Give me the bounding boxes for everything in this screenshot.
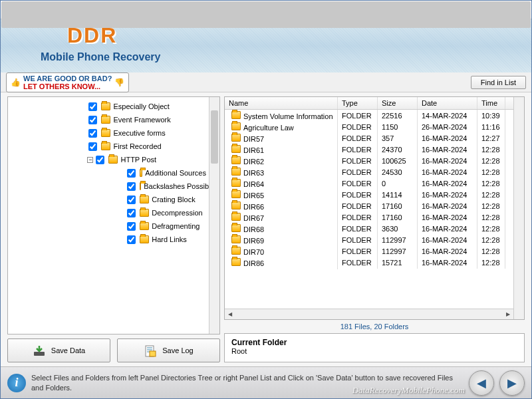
thumb-up-icon: 👍 <box>11 78 21 87</box>
col-date[interactable]: Date <box>418 97 477 109</box>
bottom-bar: i Select Files and Folders from left Pan… <box>1 366 531 398</box>
tree-item-label: Event Framework <box>113 116 170 124</box>
folder-icon <box>231 235 241 243</box>
nav-back-button[interactable]: ◀ <box>469 370 494 396</box>
directory-tree[interactable]: Especially Object Event Framework Execut… <box>7 96 220 334</box>
tree-item-label: First Recorded <box>113 142 161 150</box>
thumb-down-icon: 👎 <box>114 78 124 87</box>
folder-icon <box>101 129 110 137</box>
table-row[interactable]: DIR66FOLDER1716016-MAR-202412:28 <box>225 200 513 211</box>
feedback-button[interactable]: 👍 WE ARE GOOD OR BAD? LET OTHERS KNOW...… <box>6 72 129 92</box>
tree-item-label: Additional Sources <box>145 169 206 177</box>
table-row[interactable]: System Volume InformationFOLDER2251614-M… <box>225 110 513 121</box>
col-size[interactable]: Size <box>378 97 418 109</box>
list-header[interactable]: Name Type Size Date Time <box>225 97 513 110</box>
current-folder-box: Current Folder Root <box>224 333 525 362</box>
tree-checkbox[interactable] <box>88 102 97 111</box>
folder-icon <box>101 102 110 110</box>
tree-item-label: Crating Block <box>152 196 195 203</box>
col-name[interactable]: Name <box>225 97 338 109</box>
folder-icon <box>140 209 149 217</box>
list-scrollbar-vertical[interactable] <box>513 97 524 319</box>
table-row[interactable]: DIR67FOLDER1716016-MAR-202412:28 <box>225 211 513 223</box>
table-row[interactable]: DIR68FOLDER363016-MAR-202412:28 <box>225 223 513 234</box>
tree-item[interactable]: Additional Sources <box>11 166 206 180</box>
folder-icon <box>140 196 149 203</box>
expander-icon[interactable]: − <box>87 157 93 163</box>
col-type[interactable]: Type <box>338 97 378 109</box>
save-data-label: Save Data <box>51 346 85 354</box>
folder-icon <box>231 134 241 142</box>
folder-icon <box>231 190 241 198</box>
tree-checkbox[interactable] <box>127 182 136 191</box>
feedback-line1: WE ARE GOOD OR BAD? <box>23 74 112 82</box>
tree-scrollbar[interactable] <box>209 97 219 334</box>
tree-item[interactable]: Hard Links <box>11 233 206 246</box>
tree-item[interactable]: Crating Block <box>11 193 206 206</box>
save-log-label: Save Log <box>162 346 193 354</box>
tree-checkbox[interactable] <box>88 116 97 124</box>
folder-icon <box>101 116 110 124</box>
folder-icon <box>140 169 142 177</box>
folder-icon <box>231 111 241 119</box>
tree-item[interactable]: Backslashes Possibly <box>11 180 206 193</box>
table-row[interactable]: DIR70FOLDER11299716-MAR-202412:28 <box>225 245 513 257</box>
tree-item[interactable]: −HTTP Post <box>11 153 206 166</box>
tree-item[interactable]: First Recorded <box>11 140 206 153</box>
table-row[interactable]: DIR61FOLDER2437016-MAR-202412:28 <box>225 144 513 155</box>
svg-rect-11 <box>150 351 156 356</box>
tree-item-label: Decompression <box>152 209 202 217</box>
tree-checkbox[interactable] <box>127 235 136 244</box>
current-folder-path: Root <box>231 347 247 355</box>
folder-icon <box>231 179 241 187</box>
table-row[interactable]: DIR63FOLDER2453016-MAR-202412:28 <box>225 166 513 178</box>
current-folder-label: Current Folder <box>231 338 287 347</box>
nav-forward-button[interactable]: ▶ <box>499 370 525 396</box>
folder-icon <box>231 258 241 266</box>
list-scrollbar-horizontal[interactable]: ◀ ▶ <box>225 309 513 319</box>
folder-icon <box>231 224 241 232</box>
save-data-icon <box>33 345 46 356</box>
scroll-left-icon[interactable]: ◀ <box>226 311 234 319</box>
tree-item[interactable]: Event Framework <box>11 113 206 126</box>
tree-item[interactable]: Especially Object <box>11 100 206 113</box>
table-row[interactable]: DIR62FOLDER10062516-MAR-202412:28 <box>225 155 513 166</box>
tree-item[interactable]: Decompression <box>11 206 206 219</box>
table-row[interactable]: DIR64FOLDER016-MAR-202412:28 <box>225 178 513 189</box>
tree-checkbox[interactable] <box>88 142 97 151</box>
table-row[interactable]: DIR65FOLDER1411416-MAR-202412:28 <box>225 189 513 200</box>
table-row[interactable]: DIR69FOLDER11299716-MAR-202412:28 <box>225 234 513 245</box>
tree-checkbox[interactable] <box>127 222 136 231</box>
tree-checkbox[interactable] <box>127 196 136 204</box>
folder-icon <box>140 182 141 190</box>
save-log-button[interactable]: Save Log <box>117 338 220 362</box>
feedback-line2: LET OTHERS KNOW... <box>23 82 112 90</box>
tree-item-label: Executive forms <box>113 129 165 137</box>
table-row[interactable]: Agriculture LawFOLDER115026-MAR-202411:1… <box>225 121 513 132</box>
folder-icon <box>231 201 241 209</box>
tree-checkbox[interactable] <box>127 169 136 178</box>
status-summary: 181 Files, 20 Folders <box>224 323 525 331</box>
tree-checkbox[interactable] <box>127 209 136 217</box>
file-list[interactable]: Name Type Size Date Time System Volume I… <box>224 96 525 320</box>
col-time[interactable]: Time <box>477 97 505 109</box>
folder-icon <box>108 156 118 164</box>
scroll-right-icon[interactable]: ▶ <box>504 311 512 319</box>
chevron-left-icon: ◀ <box>477 376 486 390</box>
tree-item-label: HTTP Post <box>120 156 156 164</box>
tree-checkbox[interactable] <box>96 156 104 164</box>
save-data-button[interactable]: Save Data <box>7 338 110 362</box>
right-panel: Name Type Size Date Time System Volume I… <box>224 96 525 362</box>
info-icon: i <box>7 374 26 392</box>
tree-item-label: Especially Object <box>113 102 169 110</box>
tree-item[interactable]: Executive forms <box>11 126 206 140</box>
find-in-list-button[interactable]: Find in List <box>471 76 526 89</box>
app-window: Basic Search DDR Mobile Phone Recovery 👍… <box>0 0 532 399</box>
folder-icon <box>231 213 241 221</box>
table-row[interactable]: DIR57FOLDER35716-MAR-202412:27 <box>225 132 513 144</box>
main-area: Especially Object Event Framework Execut… <box>1 92 531 366</box>
tree-item[interactable]: Defragmenting <box>11 219 206 233</box>
logo-subtitle: Mobile Phone Recovery <box>41 51 161 63</box>
tree-checkbox[interactable] <box>88 129 97 138</box>
table-row[interactable]: DIR86FOLDER1572116-MAR-202412:28 <box>225 257 513 268</box>
